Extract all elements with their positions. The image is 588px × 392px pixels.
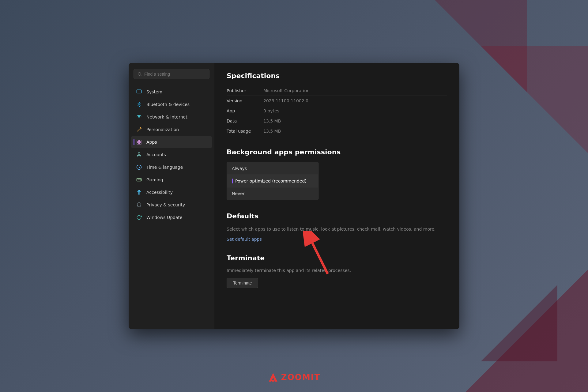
svg-point-17 [140,180,141,180]
sidebar-item-label-privacy: Privacy & security [146,202,185,207]
specifications-title: Specifications [227,72,447,80]
defaults-section: Defaults Select which apps to use to lis… [227,212,447,242]
sidebar-item-label-bluetooth: Bluetooth & devices [146,102,190,107]
search-bar[interactable] [134,69,209,79]
defaults-title: Defaults [227,212,447,220]
dropdown-option-always[interactable]: Always [227,162,318,175]
nav-container: SystemBluetooth & devicesNetwork & inter… [129,85,214,224]
dropdown-option-label: Power optimized (recommended) [235,179,307,183]
spec-value: 2023.11100.11002.0 [263,98,308,103]
update-icon [136,214,142,221]
bg-decoration-3 [481,46,588,153]
sidebar-item-network[interactable]: Network & internet [131,111,212,123]
spec-label: Data [227,119,263,123]
watermark: ZOOMIT [268,372,320,383]
sidebar-item-label-network: Network & internet [146,115,187,119]
spec-row: App0 bytes [227,106,447,116]
dropdown-option-never[interactable]: Never [227,187,318,200]
zoomit-logo: ZOOMIT [268,372,320,383]
svg-rect-9 [137,143,138,144]
sidebar-item-accessibility[interactable]: Accessibility [131,186,212,198]
spec-label: Version [227,98,263,103]
sidebar-item-label-system: System [146,89,162,94]
apps-icon [136,139,142,145]
svg-rect-7 [137,140,138,141]
svg-point-0 [138,73,141,75]
spec-rows: PublisherMicrosoft CorporationVersion202… [227,86,447,136]
spec-row: PublisherMicrosoft Corporation [227,86,447,96]
svg-rect-23 [272,380,274,382]
sidebar-item-label-accounts: Accounts [146,152,166,157]
terminate-title: Terminate [227,254,447,262]
terminate-button[interactable]: Terminate [227,278,258,288]
sidebar-item-label-apps: Apps [146,140,157,145]
svg-line-6 [137,128,141,131]
svg-point-18 [139,190,140,191]
defaults-description: Select which apps to use to listen to mu… [227,226,447,232]
svg-rect-10 [140,143,141,144]
personalization-icon [136,126,142,133]
active-indicator [134,139,134,145]
svg-point-16 [140,179,140,180]
spec-row: Version2023.11100.11002.0 [227,96,447,106]
sidebar-item-label-personalization: Personalization [146,127,179,132]
spec-label: App [227,108,263,113]
sidebar-item-bluetooth[interactable]: Bluetooth & devices [131,98,212,111]
sidebar-item-accounts[interactable]: Accounts [131,149,212,161]
background-permissions-title: Background apps permissions [227,148,447,156]
privacy-icon [136,202,142,208]
sidebar-item-update[interactable]: Windows Update [131,211,212,224]
spec-value: 0 bytes [263,108,279,113]
spec-label: Publisher [227,88,263,93]
sidebar-item-time[interactable]: Time & language [131,161,212,173]
sidebar-item-label-update: Windows Update [146,215,183,220]
accounts-icon [136,152,142,158]
zoomit-text: ZOOMIT [281,373,320,382]
terminate-section: Terminate Immediately terminate this app… [227,254,447,288]
sidebar-item-label-time: Time & language [146,165,183,170]
background-permissions-section: Background apps permissions AlwaysPower … [227,148,447,200]
dropdown-option-power-optimized[interactable]: Power optimized (recommended) [227,175,318,187]
spec-label: Total usage [227,129,263,134]
gaming-icon [136,177,142,183]
set-default-apps-link[interactable]: Set default apps [227,237,262,242]
network-icon [136,114,142,120]
terminate-description: Immediately terminate this app and its r… [227,268,447,273]
svg-line-1 [141,75,141,76]
sidebar-item-label-accessibility: Accessibility [146,190,173,195]
sidebar-item-privacy[interactable]: Privacy & security [131,199,212,211]
background-permissions-dropdown[interactable]: AlwaysPower optimized (recommended)Never [227,162,318,200]
svg-point-11 [138,153,140,154]
svg-rect-8 [140,140,141,141]
spec-row: Total usage13.5 MB [227,126,447,136]
system-icon [136,89,142,95]
spec-value: Microsoft Corporation [263,88,310,93]
sidebar-item-system[interactable]: System [131,86,212,98]
sidebar-item-gaming[interactable]: Gaming [131,174,212,186]
spec-value: 13.5 MB [263,129,281,134]
search-input[interactable] [144,72,205,77]
spec-value: 13.5 MB [263,119,281,123]
accessibility-icon [136,189,142,195]
main-content: Specifications PublisherMicrosoft Corpor… [214,63,459,329]
selected-indicator [232,179,233,183]
sidebar-item-personalization[interactable]: Personalization [131,123,212,136]
sidebar: SystemBluetooth & devicesNetwork & inter… [129,63,214,329]
spec-row: Data13.5 MB [227,116,447,126]
settings-window: SystemBluetooth & devicesNetwork & inter… [129,63,459,329]
bluetooth-icon [136,101,142,107]
dropdown-option-label: Always [232,166,247,171]
dropdown-option-label: Never [232,191,245,196]
sidebar-item-label-gaming: Gaming [146,177,163,182]
svg-rect-2 [137,90,141,93]
bg-decoration-4 [481,285,557,361]
specifications-section: Specifications PublisherMicrosoft Corpor… [227,72,447,136]
sidebar-item-apps[interactable]: Apps [131,136,212,148]
search-icon [138,72,142,76]
time-icon [136,164,142,170]
zoomit-icon [268,372,279,383]
